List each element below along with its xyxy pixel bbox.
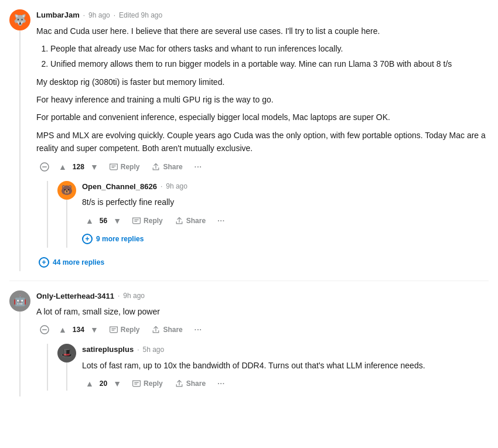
more-replies-lumbarjam[interactable]: + 44 more replies bbox=[39, 254, 104, 271]
comment-lumbarjam: 🐺 LumbarJam · 9h ago · Edited 9h ago Mac… bbox=[9, 9, 489, 271]
upvote-button-lumbarjam[interactable]: ▲ bbox=[55, 160, 70, 174]
more-button-open-channel[interactable]: ··· bbox=[213, 214, 230, 227]
reply-button-open-channel[interactable]: Reply bbox=[127, 214, 168, 228]
comment-time-only-letterhead: 9h ago bbox=[123, 290, 145, 301]
vote-count-satireplusplus: 20 bbox=[98, 378, 108, 389]
nested-thread-only-letterhead: 🎩 satireplusplus · 5h ago Lots of bbox=[47, 344, 489, 391]
vote-section-satireplusplus: ▲ 20 ▼ bbox=[82, 377, 125, 391]
comment-para-2: For heavy inference and training a multi… bbox=[36, 93, 489, 106]
reply-para: 8t/s is perfectly fine really bbox=[82, 196, 489, 208]
comment-text-lumbarjam: Mac and Cuda user here. I believe that t… bbox=[36, 25, 489, 155]
vote-count-lumbarjam: 128 bbox=[71, 162, 86, 172]
more-button-lumbarjam[interactable]: ··· bbox=[190, 160, 207, 173]
svg-rect-1 bbox=[42, 166, 47, 167]
nested-thread-lumbarjam: 🐻 Open_Channel_8626 · 9h ago 8t/s bbox=[47, 181, 489, 248]
comment-time-open-channel: 9h ago bbox=[166, 181, 187, 191]
comment-actions-only-letterhead: ▲ 134 ▼ Reply Share ··· bbox=[36, 323, 489, 337]
comment-author-open-channel: Open_Channel_8626 bbox=[82, 181, 157, 193]
reply-button-lumbarjam[interactable]: Reply bbox=[104, 160, 145, 174]
avatar-open-channel: 🐻 bbox=[57, 181, 76, 200]
comments-container: 🐺 LumbarJam · 9h ago · Edited 9h ago Mac… bbox=[9, 9, 489, 396]
separator bbox=[9, 281, 489, 281]
avatar-satireplusplus: 🎩 bbox=[57, 344, 76, 362]
comment-meta-satireplusplus: satireplusplus · 5h ago bbox=[82, 344, 489, 355]
comment-edited-lumbarjam: Edited 9h ago bbox=[119, 10, 162, 20]
reply-button-only-letterhead[interactable]: Reply bbox=[104, 323, 145, 337]
comment-actions-lumbarjam: ▲ 128 ▼ Reply Share ··· bbox=[36, 160, 489, 174]
collapse-button-lumbarjam[interactable] bbox=[36, 160, 53, 174]
thread-line bbox=[19, 30, 21, 271]
thread-line-open bbox=[66, 200, 67, 248]
vote-count-only-letterhead: 134 bbox=[71, 324, 86, 335]
comment-author-satireplusplus: satireplusplus bbox=[82, 344, 134, 355]
downvote-button-satireplusplus[interactable]: ▼ bbox=[110, 377, 125, 391]
reply-para-satire: Lots of fast ram, up to 10x the bandwidt… bbox=[82, 359, 489, 372]
share-button-only-letterhead[interactable]: Share bbox=[146, 323, 187, 337]
avatar-lumbarjam: 🐺 bbox=[9, 9, 30, 30]
comment-author-only-letterhead: Only-Letterhead-3411 bbox=[36, 290, 114, 302]
collapse-button-only-letterhead[interactable] bbox=[36, 323, 53, 337]
vote-section-open-channel: ▲ 56 ▼ bbox=[82, 214, 125, 228]
comment-meta-open-channel: Open_Channel_8626 · 9h ago bbox=[82, 181, 489, 193]
svg-rect-3 bbox=[42, 330, 47, 331]
vote-section-lumbarjam: ▲ 128 ▼ bbox=[55, 160, 102, 174]
thread-line-only bbox=[19, 312, 21, 397]
comment-satireplusplus: 🎩 satireplusplus · 5h ago Lots of bbox=[57, 344, 489, 391]
vote-count-open-channel: 56 bbox=[98, 216, 108, 226]
reply-text-satireplusplus: Lots of fast ram, up to 10x the bandwidt… bbox=[82, 359, 489, 372]
thread-line-satire bbox=[66, 362, 67, 391]
reply-text-open-channel: 8t/s is perfectly fine really bbox=[82, 196, 489, 208]
comment-only-letterhead: 🤖 Only-Letterhead-3411 · 9h ago A lot of… bbox=[9, 290, 489, 397]
reply-actions-open-channel: ▲ 56 ▼ Reply Share bbox=[82, 214, 489, 228]
plus-circle-icon: + bbox=[82, 234, 93, 244]
more-replies-open-channel[interactable]: + 9 more replies bbox=[82, 230, 144, 248]
reply-content-open-channel: Open_Channel_8626 · 9h ago 8t/s is perfe… bbox=[82, 181, 489, 248]
share-button-lumbarjam[interactable]: Share bbox=[146, 160, 187, 174]
reply-content-satireplusplus: satireplusplus · 5h ago Lots of fast ram… bbox=[82, 344, 489, 391]
comment-author-lumbarjam: LumbarJam bbox=[36, 9, 80, 21]
downvote-button-lumbarjam[interactable]: ▼ bbox=[87, 160, 102, 174]
downvote-button-open-channel[interactable]: ▼ bbox=[110, 214, 125, 228]
downvote-button-only-letterhead[interactable]: ▼ bbox=[87, 323, 102, 337]
list-item-1: Unified memory allows them to run bigger… bbox=[50, 57, 489, 70]
share-button-satireplusplus[interactable]: Share bbox=[170, 377, 210, 391]
more-button-only-letterhead[interactable]: ··· bbox=[190, 323, 207, 336]
more-button-satireplusplus[interactable]: ··· bbox=[213, 377, 230, 390]
vote-section-only-letterhead: ▲ 134 ▼ bbox=[55, 323, 102, 337]
comment-content-only-letterhead: Only-Letterhead-3411 · 9h ago A lot of r… bbox=[36, 290, 489, 397]
list-item-0: People that already use Mac for others t… bbox=[50, 42, 489, 55]
comment-content-lumbarjam: LumbarJam · 9h ago · Edited 9h ago Mac a… bbox=[36, 9, 489, 271]
comment-list: People that already use Mac for others t… bbox=[50, 42, 489, 71]
reply-actions-satireplusplus: ▲ 20 ▼ Reply Share bbox=[82, 377, 489, 391]
comment-time-satireplusplus: 5h ago bbox=[142, 344, 164, 355]
upvote-button-open-channel[interactable]: ▲ bbox=[82, 214, 97, 228]
comment-meta-only-letterhead: Only-Letterhead-3411 · 9h ago bbox=[36, 290, 489, 302]
comment-meta-lumbarjam: LumbarJam · 9h ago · Edited 9h ago bbox=[36, 9, 489, 21]
comment-open-channel: 🐻 Open_Channel_8626 · 9h ago 8t/s bbox=[57, 181, 489, 248]
reply-button-satireplusplus[interactable]: Reply bbox=[127, 377, 168, 391]
avatar-only-letterhead: 🤖 bbox=[9, 290, 30, 312]
comment-para-4: MPS and MLX are evolving quickly. Couple… bbox=[36, 129, 489, 155]
comment-text-only-letterhead: A lot of ram, small size, low power bbox=[36, 305, 489, 318]
upvote-button-satireplusplus[interactable]: ▲ bbox=[82, 377, 97, 391]
plus-circle-icon-44: + bbox=[39, 257, 49, 268]
comment-para-3: For portable and convenient inference, e… bbox=[36, 111, 489, 124]
comment-time-lumbarjam: 9h ago bbox=[88, 10, 110, 20]
comment-para-0: Mac and Cuda user here. I believe that t… bbox=[36, 25, 489, 37]
share-button-open-channel[interactable]: Share bbox=[170, 214, 210, 228]
comment-para-1: My desktop rig (3080ti) is faster but me… bbox=[36, 76, 489, 88]
upvote-button-only-letterhead[interactable]: ▲ bbox=[55, 323, 70, 337]
comment-para-only-0: A lot of ram, small size, low power bbox=[36, 305, 489, 318]
